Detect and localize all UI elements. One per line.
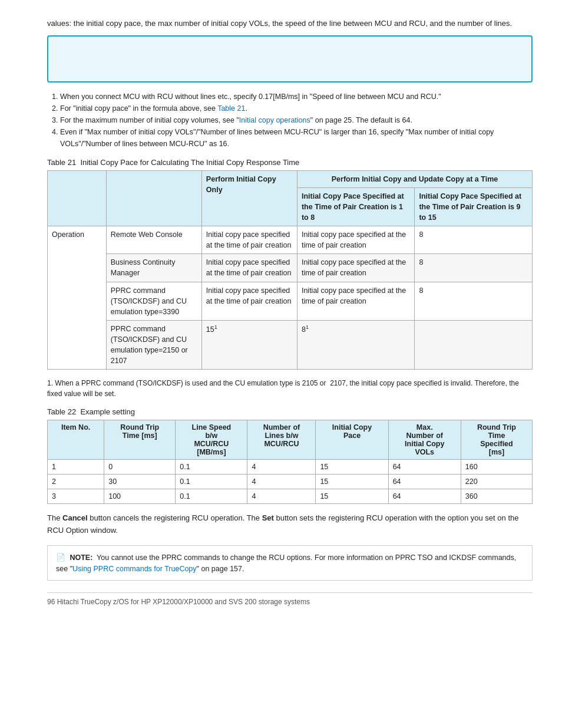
table21-row3-col4a: Initial copy pace specified at the time …	[297, 282, 415, 320]
blue-highlight-box	[47, 35, 533, 83]
table21-row1-col4a: Initial copy pace specified at the time …	[297, 226, 415, 254]
table21-col3-header: Perform Initial Copy Only	[201, 170, 297, 226]
table22-row1-mv: 64	[388, 460, 461, 475]
table21-col1-header	[48, 170, 107, 226]
table22-row1-icp: 15	[316, 460, 388, 475]
footer-text: 96 Hitachi TrueCopy z/OS for HP XP12000/…	[47, 598, 310, 606]
table22-header-maxvols: Max.Number ofInitial CopyVOLs	[388, 420, 461, 460]
table22-row2-nl: 4	[247, 475, 316, 489]
table21-row4-col3: 151	[201, 320, 297, 370]
table22-row1-nl: 4	[247, 460, 316, 475]
footer-bar: 96 Hitachi TrueCopy z/OS for HP XP12000/…	[47, 592, 533, 606]
table22-header-item: Item No.	[48, 420, 104, 460]
table21-title: Table 21 Initial Copy Pace for Calculati…	[47, 158, 533, 167]
table21-row2-col4b: 8	[415, 254, 533, 282]
table22-row2-item: 2	[48, 475, 104, 489]
table22-header-linespeed: Line Speedb/wMCU/RCU[MB/ms]	[176, 420, 247, 460]
table22: Item No. Round TripTime [ms] Line Speedb…	[47, 420, 533, 504]
table22-title: Table 22 Example setting	[47, 407, 533, 416]
table21-row1-col2: Remote Web Console	[106, 226, 201, 254]
table22-row3-nl: 4	[247, 489, 316, 504]
table22-row2-rts: 220	[461, 475, 532, 489]
footnote-item-4: Even if "Max number of initial copy VOLs…	[60, 126, 533, 150]
table22-row2-mv: 64	[388, 475, 461, 489]
table22-row2-ls: 0.1	[176, 475, 247, 489]
note-icon: 📄	[56, 553, 65, 562]
table21-row2-col2: Business Continuity Manager	[106, 254, 201, 282]
intro-paragraph: values: the initial copy pace, the max n…	[47, 18, 533, 29]
table22-row1-ls: 0.1	[176, 460, 247, 475]
table21-row4-col4a: 81	[297, 320, 415, 370]
table22-row3-ls: 0.1	[176, 489, 247, 504]
table22-row3-rtt: 100	[104, 489, 176, 504]
table21-row3-col3: Initial copy pace specified at the time …	[201, 282, 297, 320]
table22-row3-rts: 360	[461, 489, 532, 504]
table22-row3-item: 3	[48, 489, 104, 504]
table21-row4-col4b	[415, 320, 533, 370]
note-label: NOTE:	[70, 554, 92, 562]
table21-row1-col4b: 8	[415, 226, 533, 254]
table21-col4b-header: Initial Copy Pace Specified at the Time …	[415, 187, 533, 226]
table22-row1-item: 1	[48, 460, 104, 475]
table22-row1-rtt: 0	[104, 460, 176, 475]
table21-row2-col3: Initial copy pace specified at the time …	[201, 254, 297, 282]
note-box: 📄 NOTE: You cannot use the PPRC commands…	[47, 545, 533, 581]
table21-row2-col4a: Initial copy pace specified at the time …	[297, 254, 415, 282]
table21-row4-col2: PPRC command (TSO/ICKDSF) and CU emulati…	[106, 320, 201, 370]
footnote-item-3: For the maximum number of initial copy v…	[60, 114, 533, 126]
footnote-item-2: For "initial copy pace" in the formula a…	[60, 103, 533, 114]
table21-col4-top-header: Perform Initial Copy and Update Copy at …	[297, 170, 532, 187]
pprc-commands-link[interactable]: Using PPRC commands for TrueCopy	[72, 565, 197, 573]
table22-header-rttspec: Round TripTimeSpecified[ms]	[461, 420, 532, 460]
table21: Perform Initial Copy Only Perform Initia…	[47, 170, 533, 370]
note-text: You cannot use the PPRC commands to chan…	[56, 554, 516, 573]
table21-row1-col3: Initial copy pace specified at the time …	[201, 226, 297, 254]
table22-header-icpace: Initial CopyPace	[316, 420, 388, 460]
footnotes-list: When you connect MCU with RCU without li…	[60, 91, 533, 150]
table22-row2-rtt: 30	[104, 475, 176, 489]
table22-row1-rts: 160	[461, 460, 532, 475]
table22-row3-icp: 15	[316, 489, 388, 504]
table22-row3-mv: 64	[388, 489, 461, 504]
table21-footnote: 1. When a PPRC command (TSO/ICKDSF) is u…	[47, 378, 533, 399]
table21-link[interactable]: Table 21	[217, 104, 245, 113]
table22-row2-icp: 15	[316, 475, 388, 489]
table22-header-numlines: Number ofLines b/wMCU/RCU	[247, 420, 316, 460]
table21-row3-col2: PPRC command (TSO/ICKDSF) and CU emulati…	[106, 282, 201, 320]
footnote-item-1: When you connect MCU with RCU without li…	[60, 91, 533, 103]
table21-row1-col1: Operation	[48, 226, 107, 370]
initial-copy-ops-link[interactable]: Initial copy operations	[239, 116, 310, 124]
cancel-set-paragraph: The Cancel button cancels the registerin…	[47, 512, 533, 537]
table21-col2-header	[106, 170, 201, 226]
table21-row3-col4b: 8	[415, 282, 533, 320]
table22-header-rtt: Round TripTime [ms]	[104, 420, 176, 460]
table21-col4a-header: Initial Copy Pace Specified at the Time …	[297, 187, 415, 226]
